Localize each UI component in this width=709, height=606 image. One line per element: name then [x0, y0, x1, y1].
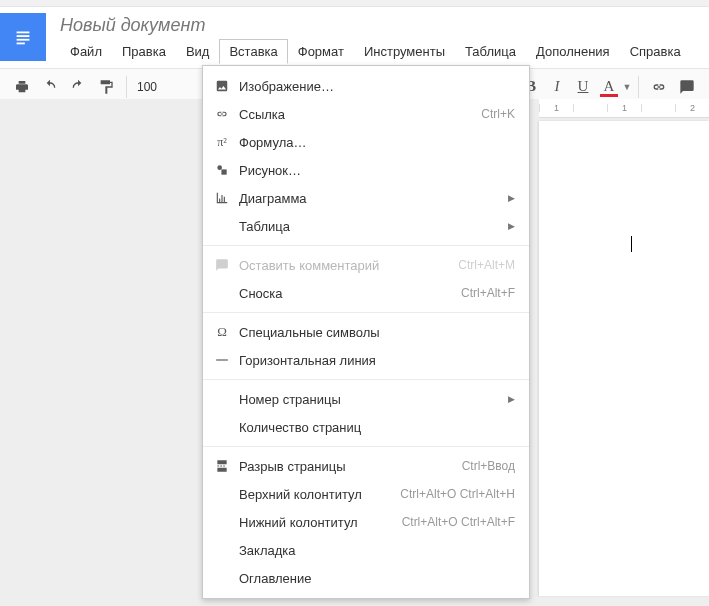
menu-edit[interactable]: Правка — [112, 39, 176, 64]
document-title[interactable]: Новый документ — [60, 15, 691, 35]
hline-icon — [211, 353, 233, 367]
paint-format-button[interactable] — [92, 74, 120, 100]
print-button[interactable] — [8, 74, 36, 100]
ruler-tick — [573, 104, 607, 112]
ruler-tick: 1 — [539, 104, 573, 112]
menu-shortcut: Ctrl+Alt+O Ctrl+Alt+H — [390, 487, 515, 501]
menu-item-bookmark[interactable]: Закладка — [203, 536, 529, 564]
menu-label: Оставить комментарий — [233, 258, 448, 273]
equation-icon: π² — [211, 135, 233, 150]
menu-label: Изображение… — [233, 79, 515, 94]
menu-item-drawing[interactable]: Рисунок… — [203, 156, 529, 184]
italic-button[interactable]: I — [544, 74, 570, 100]
submenu-arrow-icon: ▶ — [498, 221, 515, 231]
menu-label: Формула… — [233, 135, 515, 150]
menu-separator — [203, 312, 529, 313]
document-page[interactable] — [539, 121, 709, 596]
svg-rect-3 — [17, 39, 30, 41]
menu-shortcut: Ctrl+K — [471, 107, 515, 121]
omega-icon: Ω — [211, 324, 233, 340]
menu-item-chart[interactable]: Диаграмма ▶ — [203, 184, 529, 212]
submenu-arrow-icon: ▶ — [498, 193, 515, 203]
menu-item-toc[interactable]: Оглавление — [203, 564, 529, 592]
ruler[interactable]: 1 1 2 — [539, 99, 709, 118]
text-color-button[interactable]: A — [596, 74, 622, 100]
menu-item-comment: Оставить комментарий Ctrl+Alt+M — [203, 251, 529, 279]
menu-insert[interactable]: Вставка — [219, 39, 287, 64]
ruler-tick: 2 — [675, 104, 709, 112]
text-format-group: B I U A ▼ — [518, 74, 632, 100]
link-icon — [211, 107, 233, 121]
image-icon — [211, 79, 233, 93]
menu-separator — [203, 379, 529, 380]
insert-dropdown: Изображение… Ссылка Ctrl+K π² Формула… Р… — [202, 65, 530, 599]
text-color-dropdown[interactable]: ▼ — [622, 82, 632, 92]
menu-tools[interactable]: Инструменты — [354, 39, 455, 64]
menu-item-footer[interactable]: Нижний колонтитул Ctrl+Alt+O Ctrl+Alt+F — [203, 508, 529, 536]
menu-item-horizontal-line[interactable]: Горизонтальная линия — [203, 346, 529, 374]
menu-addons[interactable]: Дополнения — [526, 39, 620, 64]
paint-roller-icon — [98, 79, 114, 95]
toolbar-divider — [126, 76, 127, 98]
comment-icon — [211, 258, 233, 272]
menu-label: Сноска — [233, 286, 451, 301]
menu-item-header[interactable]: Верхний колонтитул Ctrl+Alt+O Ctrl+Alt+H — [203, 480, 529, 508]
insert-comment-button[interactable] — [673, 74, 701, 100]
menu-item-footnote[interactable]: Сноска Ctrl+Alt+F — [203, 279, 529, 307]
menu-label: Номер страницы — [233, 392, 498, 407]
menu-label: Таблица — [233, 219, 498, 234]
menu-item-table[interactable]: Таблица ▶ — [203, 212, 529, 240]
window-top-band — [0, 0, 709, 7]
insert-link-button[interactable] — [645, 74, 673, 100]
comment-icon — [679, 79, 695, 95]
text-cursor — [631, 236, 632, 252]
menu-label: Закладка — [233, 543, 515, 558]
svg-rect-6 — [221, 169, 226, 174]
menu-file[interactable]: Файл — [60, 39, 112, 64]
menu-item-equation[interactable]: π² Формула… — [203, 128, 529, 156]
menu-shortcut: Ctrl+Alt+F — [451, 286, 515, 300]
menu-label: Оглавление — [233, 571, 515, 586]
menu-separator — [203, 446, 529, 447]
menu-item-page-count[interactable]: Количество страниц — [203, 413, 529, 441]
submenu-arrow-icon: ▶ — [498, 394, 515, 404]
app-logo[interactable] — [0, 13, 46, 61]
menu-separator — [203, 245, 529, 246]
header: Новый документ Файл Правка Вид Вставка Ф… — [0, 7, 709, 64]
svg-rect-2 — [17, 35, 30, 37]
menu-view[interactable]: Вид — [176, 39, 220, 64]
menu-help[interactable]: Справка — [620, 39, 691, 64]
menu-table[interactable]: Таблица — [455, 39, 526, 64]
zoom-level[interactable]: 100 — [133, 80, 169, 94]
drawing-icon — [211, 163, 233, 177]
chart-icon — [211, 191, 233, 205]
svg-rect-1 — [17, 32, 30, 34]
undo-icon — [42, 79, 58, 95]
menu-item-page-number[interactable]: Номер страницы ▶ — [203, 385, 529, 413]
menu-label: Верхний колонтитул — [233, 487, 390, 502]
menu-shortcut: Ctrl+Alt+M — [448, 258, 515, 272]
menu-label: Диаграмма — [233, 191, 498, 206]
page-break-icon — [211, 459, 233, 473]
print-icon — [14, 79, 30, 95]
menu-shortcut: Ctrl+Alt+O Ctrl+Alt+F — [392, 515, 515, 529]
menu-item-image[interactable]: Изображение… — [203, 72, 529, 100]
menu-label: Разрыв страницы — [233, 459, 452, 474]
underline-button[interactable]: U — [570, 74, 596, 100]
menu-label: Количество страниц — [233, 420, 515, 435]
redo-button[interactable] — [64, 74, 92, 100]
menu-item-page-break[interactable]: Разрыв страницы Ctrl+Ввод — [203, 452, 529, 480]
menu-format[interactable]: Формат — [288, 39, 354, 64]
link-icon — [651, 79, 667, 95]
menu-shortcut: Ctrl+Ввод — [452, 459, 515, 473]
docs-icon — [12, 26, 34, 48]
svg-rect-4 — [17, 43, 25, 45]
undo-button[interactable] — [36, 74, 64, 100]
menu-item-link[interactable]: Ссылка Ctrl+K — [203, 100, 529, 128]
menu-label: Рисунок… — [233, 163, 515, 178]
ruler-tick: 1 — [607, 104, 641, 112]
menu-label: Специальные символы — [233, 325, 515, 340]
menu-item-special-chars[interactable]: Ω Специальные символы — [203, 318, 529, 346]
menubar: Файл Правка Вид Вставка Формат Инструмен… — [60, 39, 691, 64]
toolbar-divider — [638, 76, 639, 98]
